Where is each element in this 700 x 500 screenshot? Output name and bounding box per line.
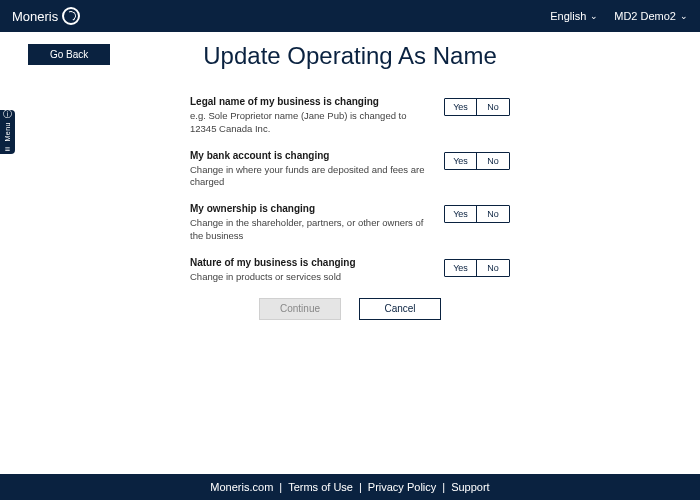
continue-button: Continue <box>259 298 341 320</box>
side-menu-tab[interactable]: ⓘ Menu ≡ <box>0 110 15 154</box>
footer-separator: | <box>279 481 282 493</box>
app-header: Moneris English ⌄ MD2 Demo2 ⌄ <box>0 0 700 32</box>
brand-logo: Moneris <box>12 7 80 25</box>
form-panel: Legal name of my business is changing e.… <box>170 84 530 336</box>
footer-link-moneris[interactable]: Moneris.com <box>210 481 273 493</box>
question-ownership: My ownership is changing Change in the s… <box>190 203 510 243</box>
header-right: English ⌄ MD2 Demo2 ⌄ <box>550 10 688 22</box>
yes-button[interactable]: Yes <box>445 153 477 169</box>
no-button[interactable]: No <box>477 206 509 222</box>
question-desc: Change in where your funds are deposited… <box>190 164 430 190</box>
footer-separator: | <box>442 481 445 493</box>
question-title: My ownership is changing <box>190 203 430 214</box>
question-bank-account: My bank account is changing Change in wh… <box>190 150 510 190</box>
page-content: Go Back ⓘ Menu ≡ Update Operating As Nam… <box>0 32 700 474</box>
question-text: Nature of my business is changing Change… <box>190 257 430 284</box>
question-text: My ownership is changing Change in the s… <box>190 203 430 243</box>
footer-link-privacy[interactable]: Privacy Policy <box>368 481 436 493</box>
question-desc: Change in products or services sold <box>190 271 430 284</box>
question-text: Legal name of my business is changing e.… <box>190 96 430 136</box>
yes-no-toggle: Yes No <box>444 98 510 116</box>
question-desc: e.g. Sole Proprietor name (Jane Pub) is … <box>190 110 430 136</box>
question-desc: Change in the shareholder, partners, or … <box>190 217 430 243</box>
cancel-button[interactable]: Cancel <box>359 298 441 320</box>
no-button[interactable]: No <box>477 260 509 276</box>
yes-button[interactable]: Yes <box>445 99 477 115</box>
chevron-down-icon: ⌄ <box>590 11 598 21</box>
footer-link-terms[interactable]: Terms of Use <box>288 481 353 493</box>
yes-no-toggle: Yes No <box>444 205 510 223</box>
yes-button[interactable]: Yes <box>445 206 477 222</box>
question-title: Legal name of my business is changing <box>190 96 430 107</box>
go-back-button[interactable]: Go Back <box>28 44 110 65</box>
footer-link-support[interactable]: Support <box>451 481 490 493</box>
question-title: Nature of my business is changing <box>190 257 430 268</box>
side-menu-label: Menu <box>4 122 11 142</box>
language-label: English <box>550 10 586 22</box>
question-title: My bank account is changing <box>190 150 430 161</box>
language-selector[interactable]: English ⌄ <box>550 10 598 22</box>
brand-logo-icon <box>62 7 80 25</box>
yes-button[interactable]: Yes <box>445 260 477 276</box>
no-button[interactable]: No <box>477 99 509 115</box>
account-selector[interactable]: MD2 Demo2 ⌄ <box>614 10 688 22</box>
question-legal-name: Legal name of my business is changing e.… <box>190 96 510 136</box>
no-button[interactable]: No <box>477 153 509 169</box>
yes-no-toggle: Yes No <box>444 259 510 277</box>
form-actions: Continue Cancel <box>190 298 510 320</box>
menu-list-icon: ≡ <box>5 145 10 154</box>
question-business-nature: Nature of my business is changing Change… <box>190 257 510 284</box>
question-text: My bank account is changing Change in wh… <box>190 150 430 190</box>
yes-no-toggle: Yes No <box>444 152 510 170</box>
app-footer: Moneris.com | Terms of Use | Privacy Pol… <box>0 474 700 500</box>
chevron-down-icon: ⌄ <box>680 11 688 21</box>
menu-info-icon: ⓘ <box>3 110 12 119</box>
account-label: MD2 Demo2 <box>614 10 676 22</box>
footer-separator: | <box>359 481 362 493</box>
brand-name: Moneris <box>12 9 58 24</box>
